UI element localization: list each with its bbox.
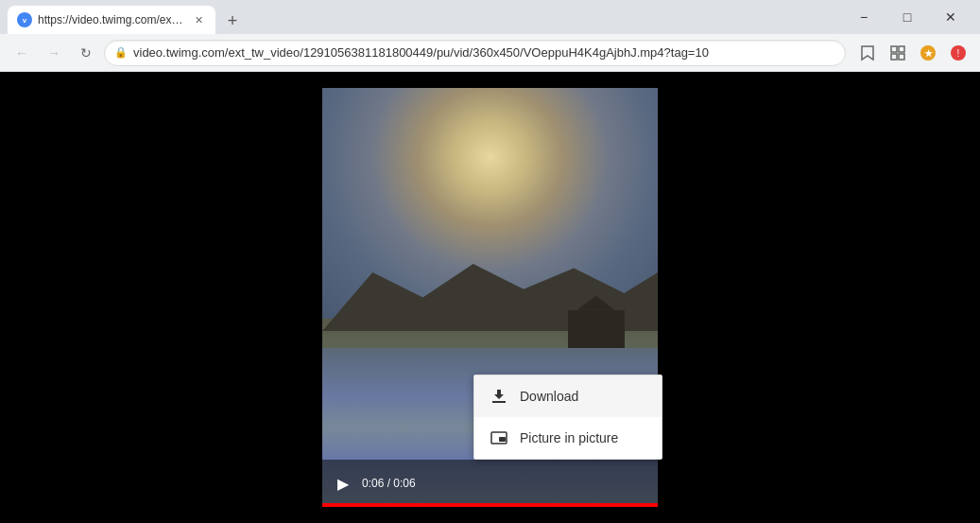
tab-title: https://video.twimg.com/ext_tw... — [38, 13, 185, 26]
svg-text:!: ! — [957, 48, 960, 59]
extensions-button[interactable] — [884, 39, 912, 67]
tab-close-button[interactable]: ✕ — [191, 12, 206, 27]
pip-menu-item[interactable]: Picture in picture — [474, 417, 662, 459]
svg-rect-2 — [891, 46, 897, 52]
building-silhouette — [568, 310, 625, 348]
time-display: 0:06 / 0:06 — [362, 477, 416, 490]
window-controls: − □ ✕ — [842, 0, 972, 34]
refresh-button[interactable]: ↻ — [72, 39, 100, 67]
tab-favicon: v — [17, 12, 32, 27]
forward-button[interactable]: → — [40, 39, 68, 67]
svg-rect-10 — [492, 401, 506, 403]
lock-icon: 🔒 — [114, 46, 128, 59]
pip-label: Picture in picture — [520, 430, 618, 445]
download-label: Download — [520, 389, 578, 404]
url-bar[interactable]: 🔒 video.twimg.com/ext_tw_video/129105638… — [104, 40, 846, 66]
svg-text:★: ★ — [924, 48, 934, 59]
play-button[interactable]: ▶ — [332, 472, 354, 495]
svg-text:v: v — [23, 16, 27, 25]
toolbar-icons: ★ ! — [853, 39, 972, 67]
back-button[interactable]: ← — [8, 39, 36, 67]
ext1-button[interactable]: ★ — [914, 39, 942, 67]
new-tab-button[interactable]: + — [219, 8, 246, 34]
svg-rect-5 — [899, 54, 904, 60]
bookmark-button[interactable] — [853, 39, 882, 67]
url-text: video.twimg.com/ext_tw_video/12910563811… — [133, 45, 835, 60]
close-button[interactable]: ✕ — [929, 0, 972, 34]
tab-bar: v https://video.twimg.com/ext_tw... ✕ + — [8, 0, 842, 34]
browser-content: ▶ 0:06 / 0:06 Download — [0, 72, 980, 523]
maximize-button[interactable]: □ — [885, 0, 929, 34]
ext2-button[interactable]: ! — [944, 39, 972, 67]
progress-bar[interactable] — [322, 503, 658, 507]
video-controls: ▶ 0:06 / 0:06 — [322, 460, 658, 507]
pip-icon — [490, 428, 508, 447]
svg-rect-3 — [899, 46, 904, 52]
active-tab[interactable]: v https://video.twimg.com/ext_tw... ✕ — [8, 6, 215, 34]
video-player[interactable]: ▶ 0:06 / 0:06 Download — [322, 88, 658, 507]
minimize-button[interactable]: − — [842, 0, 885, 34]
svg-rect-12 — [499, 437, 506, 442]
context-menu: Download Picture in picture — [473, 375, 662, 460]
progress-fill — [322, 503, 658, 507]
download-menu-item[interactable]: Download — [474, 375, 662, 417]
titlebar: v https://video.twimg.com/ext_tw... ✕ + … — [0, 0, 980, 34]
svg-rect-4 — [891, 54, 897, 60]
address-bar: ← → ↻ 🔒 video.twimg.com/ext_tw_video/129… — [0, 34, 980, 72]
download-icon — [490, 387, 508, 406]
